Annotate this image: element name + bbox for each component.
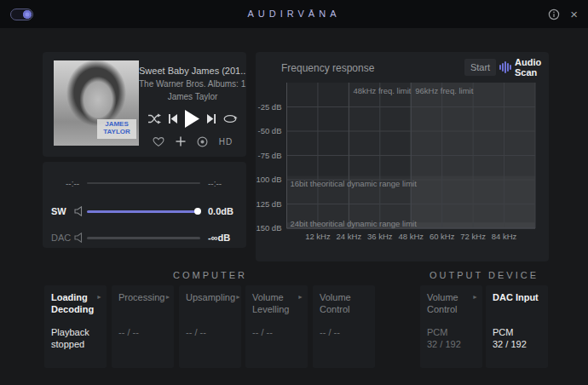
titlebar: AUDIRVĀNA × [0, 0, 588, 28]
audirvana-window: AUDIRVĀNA × JAMES TAYLOR Sweet Baby Jame… [0, 0, 588, 385]
svg-text:48 kHz: 48 kHz [398, 232, 424, 241]
svg-text:36 kHz: 36 kHz [367, 232, 393, 241]
hd-quality-badge: HD [219, 137, 233, 147]
stage-arrow-icon: ► [96, 294, 102, 316]
pipeline-stage-processing[interactable]: Processing ► -- / -- [112, 285, 174, 368]
titlebar-icons: × [548, 0, 578, 28]
slider-knob[interactable] [194, 208, 201, 215]
svg-text:-25 dB: -25 dB [258, 102, 282, 112]
track-info: Sweet Baby James (201... The Warner Bros… [139, 52, 246, 157]
software-volume-label: SW [51, 206, 74, 216]
svg-text:48kHz freq. limit: 48kHz freq. limit [353, 86, 411, 95]
pipeline-stage-upsampling[interactable]: Upsampling ► -- / -- [179, 285, 241, 368]
svg-text:-100 dB: -100 dB [256, 175, 282, 184]
add-to-playlist-icon[interactable] [176, 136, 186, 147]
stage-title: Volume Control [427, 292, 458, 316]
transport-controls [139, 108, 246, 129]
pipeline-stage-volume-control[interactable]: Volume Control -- / -- [313, 285, 375, 368]
stage-status: PCM 32 / 192 [493, 326, 527, 351]
next-track-icon[interactable] [207, 114, 216, 124]
svg-text:-75 dB: -75 dB [258, 151, 282, 160]
pipeline-stage-loading-decoding[interactable]: Loading Decoding ► Playback stopped [44, 285, 107, 368]
stage-title: Processing [118, 292, 164, 304]
stage-title: Volume Control [320, 292, 351, 316]
dac-volume-row: DAC -∞dB [51, 231, 238, 244]
stage-status: PCM 32 / 192 [427, 326, 461, 351]
seek-slider[interactable] [87, 182, 200, 184]
svg-text:-125 dB: -125 dB [256, 199, 282, 209]
stage-title: DAC Input [493, 292, 539, 304]
speaker-icon[interactable] [74, 233, 87, 243]
svg-text:84 kHz: 84 kHz [492, 232, 517, 241]
svg-text:24bit theoritical dynamic rang: 24bit theoritical dynamic range limit [291, 219, 418, 228]
previous-track-icon[interactable] [169, 114, 177, 124]
stage-status: -- / -- [118, 326, 139, 338]
album-title: The Warner Bros. Albums: 1... [139, 79, 246, 89]
album-art[interactable]: JAMES TAYLOR [54, 60, 139, 146]
frequency-response-plot: -25 dB-50 dB-75 dB-100 dB-125 dB-150 dB1… [256, 52, 549, 261]
time-elapsed: --:-- [51, 179, 87, 188]
stage-status: -- / -- [186, 326, 206, 338]
time-remaining: --:-- [200, 179, 238, 188]
svg-text:-50 dB: -50 dB [258, 126, 282, 135]
streaming-service-logo-icon [197, 136, 208, 147]
output-device-section-header: OUTPUT DEVICE [420, 270, 548, 280]
stage-title: Upsampling [186, 292, 235, 304]
software-volume-value: 0.0dB [200, 206, 238, 216]
stage-title: Loading Decoding [51, 292, 94, 316]
stage-arrow-icon: ► [235, 294, 241, 304]
computer-section-header: COMPUTER [44, 270, 376, 280]
volume-card: --:-- --:-- SW 0.0dB DAC -∞ [43, 162, 246, 248]
svg-text:-150 dB: -150 dB [256, 223, 282, 233]
track-title: Sweet Baby James (201... [139, 66, 246, 76]
svg-text:16bit theoritical dynamic rang: 16bit theoritical dynamic range limit [291, 179, 418, 188]
dac-volume-value: -∞dB [200, 233, 238, 243]
software-volume-row: SW 0.0dB [51, 204, 238, 218]
app-title: AUDIRVĀNA [0, 9, 588, 19]
svg-text:24 kHz: 24 kHz [337, 232, 362, 241]
frequency-response-card: Frequency response Start Audio Scan -25 … [256, 52, 549, 261]
play-button-icon[interactable] [185, 110, 199, 128]
stage-status: Playback stopped [51, 326, 89, 351]
favorite-heart-icon[interactable] [153, 136, 164, 147]
output-stage-volume-control[interactable]: Volume Control ► PCM 32 / 192 [420, 285, 482, 368]
software-volume-slider[interactable] [87, 210, 200, 213]
close-icon[interactable]: × [570, 8, 578, 20]
now-playing-card: JAMES TAYLOR Sweet Baby James (201... Th… [43, 52, 246, 157]
stage-arrow-icon: ► [164, 294, 170, 304]
repeat-icon[interactable] [223, 114, 238, 124]
stage-arrow-icon: ► [472, 294, 478, 316]
stage-status: -- / -- [252, 326, 273, 338]
pipeline-stage-volume-levelling[interactable]: Volume Levelling ► -- / -- [245, 285, 308, 368]
stage-title: Volume Levelling [252, 292, 289, 316]
svg-text:12 kHz: 12 kHz [305, 232, 331, 241]
dac-volume-slider[interactable] [87, 237, 200, 239]
info-icon[interactable] [548, 9, 560, 20]
output-stage-dac-input[interactable]: DAC Input PCM 32 / 192 [486, 285, 548, 368]
stage-status: -- / -- [320, 326, 340, 338]
svg-text:60 kHz: 60 kHz [429, 232, 455, 241]
secondary-controls: HD [139, 135, 246, 148]
svg-text:72 kHz: 72 kHz [460, 232, 486, 241]
svg-text:96kHz freq. limit: 96kHz freq. limit [415, 86, 473, 95]
album-art-caption: JAMES TAYLOR [97, 119, 136, 139]
artist-name: James Taylor [139, 92, 246, 101]
shuffle-icon[interactable] [148, 113, 161, 124]
stage-arrow-icon: ► [297, 294, 303, 316]
speaker-icon[interactable] [74, 206, 87, 216]
dac-volume-label: DAC [51, 233, 74, 243]
time-slider-row: --:-- --:-- [51, 176, 238, 190]
